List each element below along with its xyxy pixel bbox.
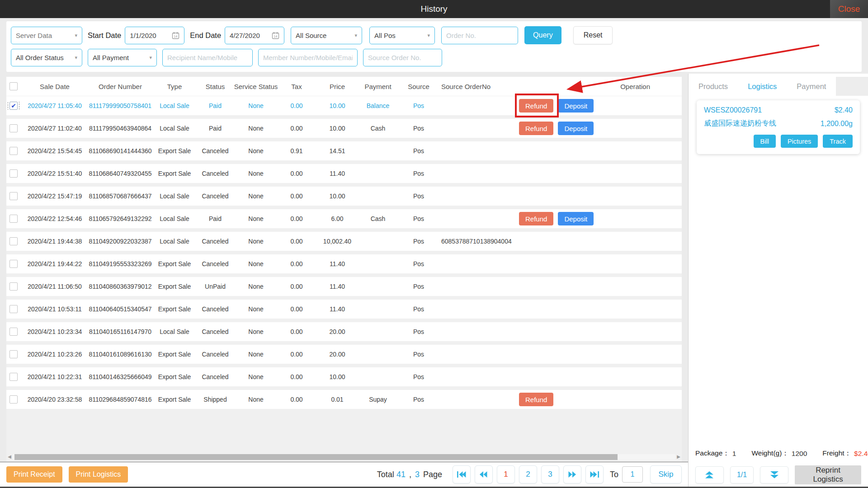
skip-button[interactable]: Skip (650, 465, 682, 483)
table-row[interactable]: 2020/4/21 11:06:50 811040860363979012 Ex… (6, 277, 682, 296)
header-payment: Payment (360, 83, 396, 90)
scroll-left-icon[interactable]: ◀ (6, 454, 13, 460)
calendar-icon: 14 (172, 32, 179, 39)
print-receipt-button[interactable]: Print Receipt (6, 466, 62, 483)
scroll-up-button[interactable] (695, 466, 724, 483)
reset-button[interactable]: Reset (573, 26, 613, 44)
tab-strip-filler (836, 77, 868, 96)
tab-logistics[interactable]: Logistics (738, 77, 787, 96)
to-label: To (610, 470, 618, 479)
print-logistics-button[interactable]: Print Logistics (69, 466, 128, 483)
freight-label: Freight： (822, 449, 851, 458)
table-row[interactable]: 2020/4/22 15:47:19 811068570687666437 Lo… (6, 187, 682, 206)
deposit-button[interactable]: Deposit (558, 122, 594, 135)
all-pos-select[interactable]: All Pos ▾ (369, 27, 435, 44)
table-row[interactable]: 2020/4/21 19:44:38 811049200922032387 Lo… (6, 232, 682, 251)
refund-button[interactable]: Refund (519, 212, 553, 225)
order-status-select[interactable]: All Order Status ▾ (11, 49, 82, 66)
table-row[interactable]: 2020/4/21 10:23:34 811040165116147970 Lo… (6, 322, 682, 341)
header-source-orderno: Source OrderNo (441, 83, 514, 90)
package-label: Package： (695, 449, 730, 458)
track-button[interactable]: Track (823, 135, 853, 148)
source-order-input[interactable] (363, 49, 442, 66)
select-all-checkbox[interactable] (9, 82, 18, 90)
table-row[interactable]: 2020/4/22 12:54:46 811065792649132292 Lo… (6, 209, 682, 228)
row-checkbox[interactable] (9, 237, 18, 245)
tab-products[interactable]: Products (689, 77, 738, 96)
refund-button[interactable]: Refund (519, 393, 553, 406)
bill-button[interactable]: Bill (754, 135, 776, 148)
row-checkbox[interactable] (9, 147, 18, 155)
horizontal-scrollbar[interactable]: ◀ ▶ (6, 454, 682, 460)
first-page-button[interactable] (453, 465, 471, 483)
refund-button[interactable]: Refund (519, 122, 553, 135)
start-date-input[interactable]: 1/1/2020 14 (125, 27, 184, 44)
chevron-down-icon: ▾ (75, 33, 77, 38)
reprint-logistics-button[interactable]: Reprint Logistics (795, 465, 861, 484)
row-checkbox[interactable] (9, 169, 18, 178)
scroll-down-button[interactable] (760, 466, 788, 483)
page-button-1[interactable]: 1 (497, 465, 515, 483)
row-checkbox[interactable] (9, 260, 18, 268)
table-row[interactable]: 2020/4/21 10:22:31 811040146325666049 Ex… (6, 367, 682, 386)
row-checkbox[interactable] (9, 328, 18, 336)
table-row[interactable]: 2020/4/27 11:02:40 811179950463940864 Lo… (6, 119, 682, 138)
last-page-button[interactable] (585, 465, 604, 483)
start-date-label: Start Date (88, 31, 121, 40)
svg-text:14: 14 (274, 35, 278, 38)
tab-payment[interactable]: Payment (787, 77, 836, 96)
page-button-2[interactable]: 2 (519, 465, 537, 483)
weight-label: Weight(g)： (751, 449, 788, 458)
pictures-button[interactable]: Pictures (781, 135, 818, 148)
logistics-card: WSESZ00026791 $2.40 威盛国际速递奶粉专线 1,200.00g… (697, 100, 860, 154)
refund-button[interactable]: Refund (519, 99, 553, 113)
logistics-freight: $2.40 (835, 106, 853, 114)
package-value: 1 (732, 450, 736, 458)
header-sale-date: Sale Date (21, 83, 89, 90)
table-row[interactable]: 2020/4/22 15:54:45 811068690141444360 Ex… (6, 141, 682, 160)
row-checkbox[interactable] (9, 282, 18, 291)
payment-select[interactable]: All Payment ▾ (88, 49, 157, 66)
query-button[interactable]: Query (524, 26, 561, 44)
close-button[interactable]: Close (830, 0, 868, 18)
header-status: Status (197, 83, 233, 90)
recipient-input[interactable] (162, 49, 253, 66)
svg-text:14: 14 (174, 35, 178, 38)
row-checkbox[interactable] (9, 373, 18, 381)
scrollbar-thumb[interactable] (14, 454, 618, 460)
chevron-down-icon: ▾ (75, 55, 77, 61)
row-checkbox[interactable] (9, 124, 18, 132)
row-checkbox[interactable] (9, 395, 18, 404)
page-button-3[interactable]: 3 (541, 465, 559, 483)
page-count: 3 (415, 470, 420, 479)
server-data-select[interactable]: Server Data ▾ (11, 27, 82, 44)
table-row[interactable]: 2020/4/21 10:23:26 811040161089616130 Ex… (6, 345, 682, 364)
row-checkbox[interactable] (9, 192, 18, 200)
row-checkbox[interactable]: ✔ (9, 102, 18, 110)
table-row[interactable]: 2020/4/22 15:51:40 811068640749320455 Ex… (6, 164, 682, 183)
table-row[interactable]: 2020/4/20 23:32:58 811029684859074816 Ex… (6, 390, 682, 409)
total-count: 41 (396, 470, 406, 479)
order-no-input[interactable] (441, 27, 518, 44)
chevron-down-icon: ▾ (355, 33, 358, 38)
next-page-button[interactable] (563, 465, 581, 483)
end-date-label: End Date (190, 31, 221, 40)
deposit-button[interactable]: Deposit (558, 212, 594, 225)
operation-buttons: RefundDeposit (514, 212, 682, 225)
double-arrow-up-icon (705, 471, 714, 479)
row-checkbox[interactable] (9, 215, 18, 223)
row-checkbox[interactable] (9, 350, 18, 358)
table-row[interactable]: 2020/4/21 19:44:22 811049195553323269 Ex… (6, 254, 682, 273)
last-page-icon (590, 471, 599, 478)
prev-page-button[interactable] (475, 465, 493, 483)
member-input[interactable] (258, 49, 358, 66)
goto-page-input[interactable] (622, 466, 643, 483)
logistics-page-indicator: 1/1 (730, 466, 754, 483)
all-source-select[interactable]: All Source ▾ (291, 27, 362, 44)
row-checkbox[interactable] (9, 305, 18, 313)
scroll-right-icon[interactable]: ▶ (675, 454, 682, 460)
deposit-button[interactable]: Deposit (558, 99, 594, 113)
table-row[interactable]: 2020/4/21 10:53:11 811040640515340547 Ex… (6, 300, 682, 319)
table-row[interactable]: ✔ 2020/4/27 11:05:40 811179999050758401 … (6, 96, 682, 115)
end-date-input[interactable]: 4/27/2020 14 (225, 27, 284, 44)
